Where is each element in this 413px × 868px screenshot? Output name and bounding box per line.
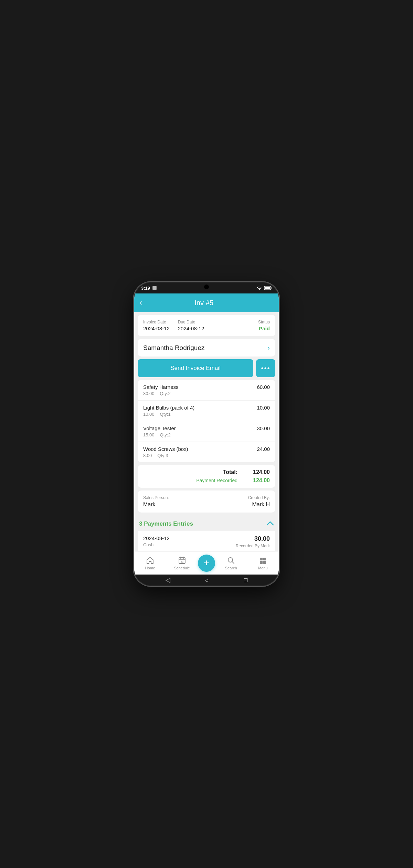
line-items-card: Safety Harness 60.00 30.00 Qty:2 Light B… — [138, 380, 275, 462]
item-total: 10.00 — [257, 405, 270, 411]
invoice-meta-card: Invoice Date 2024-08-12 Due Date 2024-08… — [138, 315, 275, 336]
item-total: 24.00 — [257, 446, 270, 452]
total-row: Total: 124.00 — [143, 469, 270, 475]
item-price: 10.00 — [143, 412, 155, 417]
customer-chevron-icon: › — [267, 344, 270, 352]
nav-item-menu[interactable]: Menu — [247, 556, 279, 570]
line-item-row1: Safety Harness 60.00 — [143, 384, 270, 390]
payment-recorded-row: Payment Recorded 124.00 — [143, 477, 270, 484]
item-qty: Qty:3 — [157, 453, 168, 458]
status-badge: Paid — [259, 326, 270, 331]
svg-rect-12 — [263, 558, 266, 560]
collapse-button[interactable] — [266, 520, 274, 527]
schedule-icon: 12 — [178, 556, 187, 565]
entry-recorded: Recorded By Mark — [236, 544, 270, 548]
home-label: Home — [145, 566, 155, 570]
schedule-label: Schedule — [174, 566, 190, 570]
line-item: Safety Harness 60.00 30.00 Qty:2 — [138, 380, 275, 401]
payment-recorded-value: 124.00 — [246, 477, 270, 484]
home-nav-button[interactable]: ○ — [205, 577, 209, 584]
send-email-button[interactable]: Send Invoice Email — [138, 359, 253, 377]
sales-person-value: Mark — [143, 502, 169, 508]
invoice-meta: Invoice Date 2024-08-12 Due Date 2024-08… — [143, 320, 270, 331]
entry-left: 2024-08-12 Cash — [143, 535, 170, 547]
phone-shell: 3:19 ‹ Inv #5 — [134, 282, 279, 586]
menu-label: Menu — [258, 566, 268, 570]
battery-icon — [264, 286, 272, 290]
status-right — [257, 286, 272, 290]
entry-date: 2024-08-12 — [143, 535, 170, 541]
item-price: 15.00 — [143, 432, 155, 437]
svg-rect-2 — [271, 287, 272, 289]
more-options-button[interactable]: ••• — [256, 359, 275, 377]
item-total: 30.00 — [257, 425, 270, 431]
sim-icon — [152, 286, 157, 290]
item-price: 30.00 — [143, 391, 155, 396]
line-item-row2: 8.00 Qty:3 — [143, 453, 270, 458]
add-button[interactable]: + — [198, 555, 215, 572]
status-group: Status Paid — [258, 320, 270, 331]
line-item-row2: 10.00 Qty:1 — [143, 412, 270, 417]
line-item-row1: Light Bulbs (pack of 4) 10.00 — [143, 405, 270, 411]
nav-item-home[interactable]: Home — [134, 556, 166, 570]
android-bottom-bar: ◁ ○ □ — [134, 575, 279, 586]
created-by-label: Created By: — [248, 495, 270, 500]
line-item-row1: Voltage Tester 30.00 — [143, 425, 270, 431]
created-by-group: Created By: Mark H — [248, 495, 270, 508]
totals-card: Total: 124.00 Payment Recorded 124.00 — [138, 465, 275, 488]
svg-line-10 — [232, 562, 234, 564]
item-qty: Qty:1 — [160, 412, 171, 417]
sales-person-group: Sales Person: Mark — [143, 495, 169, 508]
entry-amount: 30.00 — [254, 535, 270, 542]
page-title: Inv #5 — [146, 299, 262, 307]
search-icon — [226, 556, 235, 565]
app-header: ‹ Inv #5 — [134, 293, 279, 312]
payments-header: 3 Payments Entries — [138, 515, 275, 531]
status-left: 3:19 — [141, 286, 157, 291]
scroll-content[interactable]: Invoice Date 2024-08-12 Due Date 2024-08… — [134, 312, 279, 551]
nav-item-search[interactable]: Search — [215, 556, 247, 570]
total-label: Total: — [223, 469, 237, 475]
invoice-date-group: Invoice Date 2024-08-12 — [143, 320, 170, 331]
payment-entry: 2024-08-12 Cash 30.00 Recorded By Mark — [138, 531, 275, 551]
entry-right: 30.00 Recorded By Mark — [236, 535, 270, 548]
svg-rect-3 — [265, 287, 270, 289]
bottom-nav: Home 12 Schedule + — [134, 551, 279, 575]
nav-item-add[interactable]: + — [198, 555, 215, 572]
wifi-icon — [257, 286, 262, 290]
due-date-group: Due Date 2024-08-12 — [178, 320, 204, 331]
entry-method: Cash — [143, 542, 170, 547]
svg-text:12: 12 — [181, 560, 183, 563]
line-item: Light Bulbs (pack of 4) 10.00 10.00 Qty:… — [138, 401, 275, 421]
time-display: 3:19 — [141, 286, 150, 291]
recents-nav-button[interactable]: □ — [244, 577, 247, 584]
svg-rect-13 — [260, 561, 263, 564]
back-nav-button[interactable]: ◁ — [166, 576, 170, 584]
invoice-date-value: 2024-08-12 — [143, 326, 170, 331]
item-name: Wood Screws (box) — [143, 446, 188, 452]
line-item-row1: Wood Screws (box) 24.00 — [143, 446, 270, 452]
line-item: Wood Screws (box) 24.00 8.00 Qty:3 — [138, 442, 275, 462]
customer-name: Samantha Rodriguez — [143, 344, 205, 352]
item-name: Light Bulbs (pack of 4) — [143, 405, 194, 411]
due-date-label: Due Date — [178, 320, 204, 324]
add-icon: + — [204, 558, 209, 568]
invoice-date-label: Invoice Date — [143, 320, 170, 324]
svg-rect-11 — [260, 558, 263, 560]
customer-card[interactable]: Samantha Rodriguez › — [138, 339, 275, 356]
line-item-row2: 30.00 Qty:2 — [143, 391, 270, 396]
sales-person-label: Sales Person: — [143, 495, 169, 500]
item-name: Safety Harness — [143, 384, 179, 390]
back-button[interactable]: ‹ — [140, 298, 142, 307]
nav-item-schedule[interactable]: 12 Schedule — [166, 556, 198, 570]
search-label: Search — [225, 566, 237, 570]
screen: ‹ Inv #5 Invoice Date 2024-08-12 Due Dat… — [134, 293, 279, 575]
created-by-value: Mark H — [252, 502, 270, 508]
line-item-row2: 15.00 Qty:2 — [143, 432, 270, 437]
menu-icon — [258, 556, 267, 565]
item-name: Voltage Tester — [143, 425, 176, 431]
svg-rect-0 — [152, 286, 157, 290]
item-qty: Qty:2 — [160, 432, 171, 437]
svg-rect-14 — [263, 561, 266, 564]
item-price: 8.00 — [143, 453, 152, 458]
